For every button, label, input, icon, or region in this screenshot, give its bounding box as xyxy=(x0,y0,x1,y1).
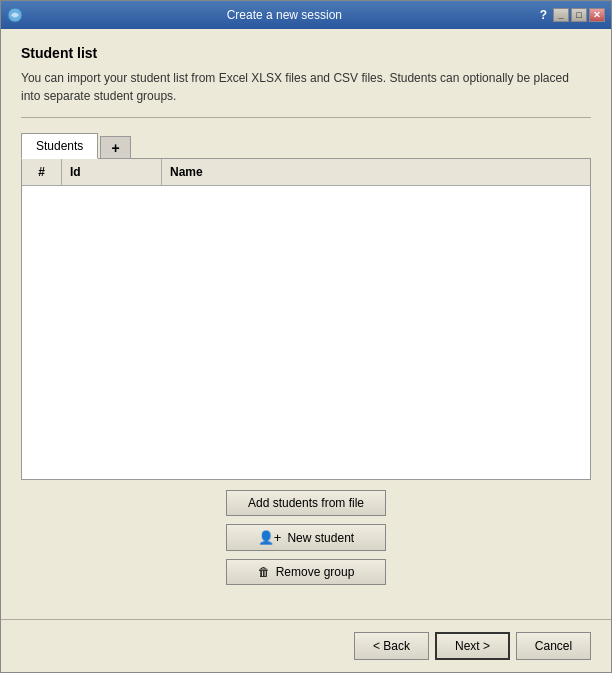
restore-button[interactable]: □ xyxy=(571,8,587,22)
tab-students[interactable]: Students xyxy=(21,133,98,159)
add-file-label: Add students from file xyxy=(248,496,364,510)
cancel-label: Cancel xyxy=(535,639,572,653)
title-controls: ? _ □ ✕ xyxy=(540,8,605,22)
add-from-file-button[interactable]: Add students from file xyxy=(226,490,386,516)
table-body xyxy=(22,186,590,479)
tab-bar: Students + xyxy=(21,132,591,158)
help-button[interactable]: ? xyxy=(540,8,547,22)
col-header-id: Id xyxy=(62,159,162,185)
back-button[interactable]: < Back xyxy=(354,632,429,660)
content-area: Student list You can import your student… xyxy=(1,29,611,611)
window-title: Create a new session xyxy=(29,8,540,22)
close-button[interactable]: ✕ xyxy=(589,8,605,22)
cancel-button[interactable]: Cancel xyxy=(516,632,591,660)
trash-icon: 🗑 xyxy=(258,565,270,579)
new-student-button[interactable]: 👤+ New student xyxy=(226,524,386,551)
tab-container: Students + # Id Name xyxy=(21,132,591,480)
remove-group-label: Remove group xyxy=(276,565,355,579)
col-header-num: # xyxy=(22,159,62,185)
tab-content: # Id Name xyxy=(21,158,591,480)
new-student-label: New student xyxy=(287,531,354,545)
next-label: Next > xyxy=(455,639,490,653)
add-tab-button[interactable]: + xyxy=(100,136,130,159)
back-label: < Back xyxy=(373,639,410,653)
section-divider xyxy=(21,117,591,118)
table-header: # Id Name xyxy=(22,159,590,186)
footer: < Back Next > Cancel xyxy=(1,620,611,672)
remove-group-button[interactable]: 🗑 Remove group xyxy=(226,559,386,585)
col-header-name: Name xyxy=(162,159,590,185)
main-window: Create a new session ? _ □ ✕ Student lis… xyxy=(0,0,612,673)
actions-area: Add students from file 👤+ New student 🗑 … xyxy=(21,480,591,595)
title-bar: Create a new session ? _ □ ✕ xyxy=(1,1,611,29)
person-plus-icon: 👤+ xyxy=(258,530,282,545)
minimize-button[interactable]: _ xyxy=(553,8,569,22)
section-title: Student list xyxy=(21,45,591,61)
app-icon xyxy=(7,7,23,23)
section-description: You can import your student list from Ex… xyxy=(21,69,591,105)
next-button[interactable]: Next > xyxy=(435,632,510,660)
